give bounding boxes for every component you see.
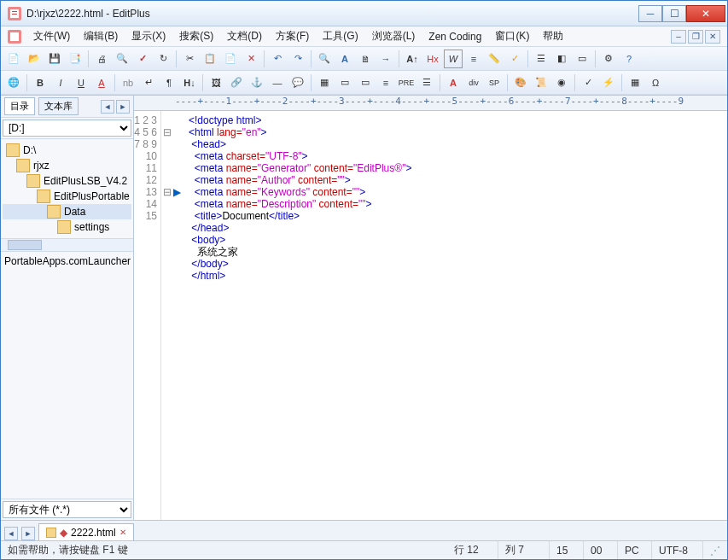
folder-icon	[6, 143, 20, 157]
div-icon[interactable]: div	[464, 73, 483, 92]
center-icon[interactable]: ≡	[376, 73, 395, 92]
wordwrap-icon[interactable]: W	[444, 50, 463, 68]
script-icon[interactable]: 📜	[532, 73, 550, 92]
menu-file[interactable]: 文件(W)	[26, 27, 77, 45]
cut-icon[interactable]: ✂	[180, 50, 199, 68]
print-preview-icon[interactable]: 🔍	[113, 50, 131, 68]
form-icon[interactable]: ▭	[335, 73, 354, 92]
menu-browser[interactable]: 浏览器(L)	[365, 27, 422, 45]
menu-zencoding[interactable]: Zen Coding	[422, 29, 488, 44]
hex-icon[interactable]: Hx	[423, 50, 442, 68]
redo-icon[interactable]: ↷	[288, 50, 307, 68]
tab-close-icon[interactable]: ✕	[119, 528, 126, 537]
settings-icon[interactable]: ⚙	[599, 50, 618, 68]
italic-icon[interactable]: I	[51, 73, 70, 92]
file-filter-row: 所有文件 (*.*)	[1, 499, 133, 520]
window-list-icon[interactable]: ☰	[532, 50, 550, 68]
underline-icon[interactable]: U	[72, 73, 90, 92]
menu-view[interactable]: 显示(X)	[125, 27, 172, 45]
status-grip[interactable]: ⋰	[703, 541, 727, 559]
span-icon[interactable]: SP	[485, 73, 504, 92]
menu-edit[interactable]: 编辑(B)	[77, 27, 125, 45]
browser-icon[interactable]: 🌐	[4, 73, 23, 92]
mdi-minimize[interactable]: –	[671, 30, 686, 44]
paste-icon[interactable]: 📄	[221, 50, 240, 68]
folder-icon	[16, 159, 30, 172]
char-icon[interactable]: Ω	[646, 73, 665, 92]
ruler-icon[interactable]: 📏	[485, 50, 504, 68]
validate-icon[interactable]: ✓	[579, 73, 597, 92]
folder-icon	[26, 174, 40, 188]
tab-directory[interactable]: 目录	[4, 97, 35, 115]
find-files-icon[interactable]: 🗎	[356, 50, 375, 68]
mdi-restore[interactable]: ❐	[688, 30, 703, 44]
br-icon[interactable]: ↵	[139, 73, 158, 92]
input-icon[interactable]: ▭	[356, 73, 375, 92]
fold-gutter[interactable]: ⊟ ⊟	[161, 111, 173, 520]
minimize-button[interactable]: ─	[638, 5, 662, 22]
comment-icon[interactable]: 💬	[288, 73, 307, 92]
sidebar-nav-left[interactable]: ◄	[101, 100, 114, 114]
delete-icon[interactable]: ✕	[242, 50, 260, 68]
copy-icon[interactable]: 📋	[201, 50, 219, 68]
directory-icon[interactable]: ◧	[552, 50, 571, 68]
anchor-icon[interactable]: ⚓	[248, 73, 266, 92]
image-icon[interactable]: 🖼	[207, 73, 225, 92]
link-icon[interactable]: 🔗	[227, 73, 246, 92]
doctab-nav-left[interactable]: ◄	[4, 527, 18, 540]
mdi-close[interactable]: ✕	[705, 30, 720, 44]
palette-icon[interactable]: ▦	[626, 73, 644, 92]
save-all-icon[interactable]: 📑	[66, 50, 84, 68]
new-file-icon[interactable]: 📄	[4, 50, 23, 68]
table-icon[interactable]: ▦	[315, 73, 334, 92]
save-icon[interactable]: 💾	[45, 50, 64, 68]
code-text[interactable]: <!doctype html> <html lang="en"> <head> …	[185, 111, 727, 520]
menu-document[interactable]: 文档(D)	[220, 27, 269, 45]
print-icon[interactable]: 🖨	[92, 50, 111, 68]
undo-icon[interactable]: ↶	[268, 50, 287, 68]
linenum-icon[interactable]: ≡	[464, 50, 483, 68]
color-icon[interactable]: A	[92, 73, 111, 92]
drive-select[interactable]: [D:]	[3, 120, 131, 137]
file-filter-select[interactable]: 所有文件 (*.*)	[3, 501, 131, 518]
object-icon[interactable]: ◉	[552, 73, 571, 92]
pre-icon[interactable]: PRE	[397, 73, 416, 92]
folder-tree[interactable]: D:\ rjxz EditPlusLSB_V4.2 EditPlusPortab…	[1, 139, 133, 238]
list-icon[interactable]: ☰	[417, 73, 436, 92]
heading-icon[interactable]: H↓	[180, 73, 199, 92]
doctab-nav-right[interactable]: ►	[21, 527, 35, 540]
tree-hscroll[interactable]	[1, 238, 133, 252]
output-icon[interactable]: ▭	[573, 50, 591, 68]
hr-icon[interactable]: —	[268, 73, 287, 92]
help-icon[interactable]: ?	[620, 50, 638, 68]
file-list-item[interactable]: PortableApps.comLauncher	[4, 255, 130, 267]
bold-icon[interactable]: B	[31, 73, 50, 92]
menu-tools[interactable]: 工具(G)	[316, 27, 364, 45]
menu-window[interactable]: 窗口(K)	[488, 27, 536, 45]
maximize-button[interactable]: ☐	[662, 5, 686, 22]
css-icon[interactable]: 🎨	[511, 73, 530, 92]
paragraph-icon[interactable]: ¶	[160, 73, 178, 92]
menu-search[interactable]: 搜索(S)	[172, 27, 220, 45]
nbsp-icon[interactable]: nb	[119, 73, 137, 92]
file-list[interactable]: PortableApps.comLauncher	[1, 252, 133, 499]
spellcheck-icon[interactable]: ✓	[133, 50, 152, 68]
tidy-icon[interactable]: ⚡	[599, 73, 618, 92]
menu-project[interactable]: 方案(F)	[269, 27, 316, 45]
find-icon[interactable]: 🔍	[315, 50, 334, 68]
font-increase-icon[interactable]: A↑	[403, 50, 422, 68]
goto-icon[interactable]: →	[376, 50, 395, 68]
sidebar-nav-right[interactable]: ►	[116, 100, 130, 114]
document-tab[interactable]: ◆ 2222.html ✕	[38, 523, 134, 540]
font-tag-icon[interactable]: A	[444, 73, 463, 92]
replace-icon[interactable]: A	[335, 50, 354, 68]
menu-help[interactable]: 帮助	[536, 27, 570, 45]
tab-cliptext[interactable]: 文本库	[38, 97, 79, 115]
close-button[interactable]: ✕	[686, 5, 725, 22]
code-area[interactable]: 1 2 3 4 5 6 7 8 9 10 11 12 13 14 15 ⊟ ⊟ …	[134, 111, 727, 520]
refresh-icon[interactable]: ↻	[154, 50, 172, 68]
app-small-icon	[8, 30, 21, 44]
file-icon	[46, 528, 56, 538]
open-file-icon[interactable]: 📂	[25, 50, 44, 68]
check-icon[interactable]: ✓	[505, 50, 524, 68]
